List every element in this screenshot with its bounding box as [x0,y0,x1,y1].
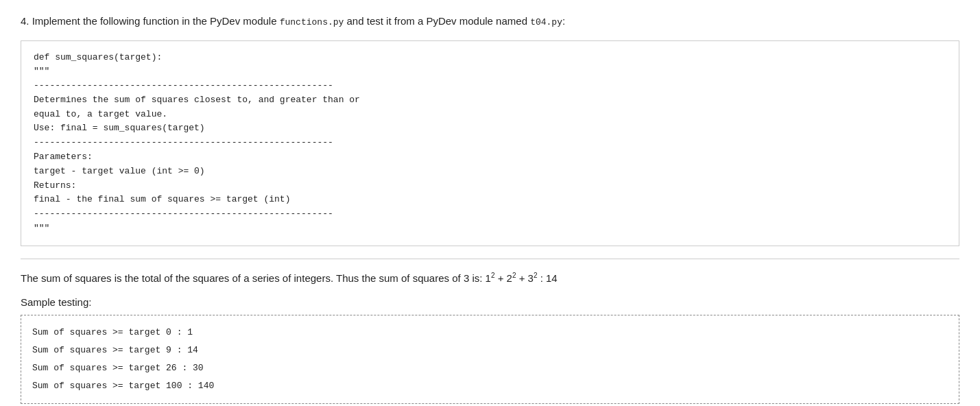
sample-testing-label: Sample testing: [21,296,959,308]
module1-code: functions.py [280,17,344,27]
code-line-5: equal to, a target value. [34,108,946,122]
question-header: 4. Implement the following function in t… [21,14,959,29]
code-line-3: ----------------------------------------… [34,79,946,93]
code-line-6: Use: final = sum_squares(target) [34,121,946,136]
code-line-1: def sum_squares(target): [34,51,946,65]
description-suffix: : 14 [537,272,557,284]
question-number: 4. [21,15,29,27]
description-plus1: + 2 [494,272,512,284]
sample-line-2: Sum of squares >= target 9 : 14 [32,342,948,359]
description-main: The sum of squares is the total of the s… [21,272,491,284]
code-line-2: """ [34,64,946,79]
code-line-7: ----------------------------------------… [34,136,946,150]
code-line-10: Returns: [34,179,946,193]
code-block: def sum_squares(target): """ -----------… [21,40,959,246]
description-text: The sum of squares is the total of the s… [21,270,959,287]
question-colon: : [562,15,565,27]
module2-code: t04.py [530,17,562,27]
sample-line-4: Sum of squares >= target 100 : 140 [32,377,948,395]
code-line-11: final - the final sum of squares >= targ… [34,193,946,207]
description-plus2: + 3 [516,272,533,284]
code-line-4: Determines the sum of squares closest to… [34,93,946,108]
code-line-9: target - target value (int >= 0) [34,165,946,179]
sample-line-3: Sum of squares >= target 26 : 30 [32,359,948,377]
code-line-8: Parameters: [34,150,946,165]
sample-line-1: Sum of squares >= target 0 : 1 [32,324,948,342]
code-line-13: """ [34,222,946,236]
sample-output: Sum of squares >= target 0 : 1 Sum of sq… [21,315,959,404]
question-intro: Implement the following function in the … [32,15,277,27]
question-connector: and test it from a PyDev module named [347,15,527,27]
code-line-12: ----------------------------------------… [34,207,946,222]
divider [21,259,959,259]
